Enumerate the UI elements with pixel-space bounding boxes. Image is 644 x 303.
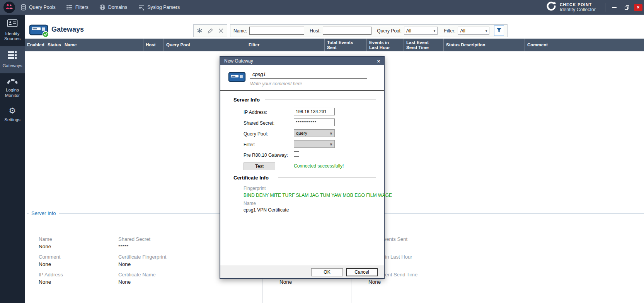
ip-address-input[interactable]: [294, 108, 335, 115]
brand-name: CHECK POINT: [560, 2, 596, 7]
host-filter-input[interactable]: [323, 27, 371, 35]
identity-sources-icon: [7, 19, 18, 29]
people-icon: [5, 3, 13, 11]
gateway-page-icon: [29, 22, 49, 39]
app-logo: [3, 2, 15, 13]
close-window-button[interactable]: ×: [634, 4, 642, 11]
selected-value: query: [296, 131, 307, 135]
query-pool-label: Query Pool:: [244, 131, 268, 137]
chevron-down-icon: ∨: [330, 131, 332, 135]
filter-select[interactable]: ∨: [294, 140, 335, 148]
page-header: Gateways Name: Host: Query Pool: All ▾ F…: [25, 15, 644, 39]
title-bar: Query Pools Filters Domains: [0, 0, 644, 15]
column-header-comment[interactable]: Comment: [525, 39, 644, 51]
edit-gateway-button[interactable]: [206, 26, 215, 36]
menu-domains[interactable]: Domains: [99, 4, 127, 10]
new-gateway-button[interactable]: [195, 26, 204, 36]
checkpoint-logo-icon: [546, 1, 557, 14]
pre-r80-gateway-checkbox[interactable]: [294, 151, 299, 157]
certificate-name-label: Name: [244, 201, 256, 206]
shared-secret-input[interactable]: [294, 118, 335, 126]
menu-syslog-parsers[interactable]: Syslog Parsers: [138, 5, 180, 10]
sidebar-item-label: Gateways: [0, 63, 24, 69]
menu-label: Filters: [75, 5, 89, 10]
gateway-name-input[interactable]: [250, 70, 367, 79]
sidebar-item-label: Identity Sources: [0, 31, 24, 42]
cancel-button[interactable]: Cancel: [346, 268, 378, 276]
syslog-icon: [138, 5, 145, 10]
gauge-icon: [7, 78, 18, 86]
checkpoint-brand: CHECK POINT Identity Collector: [546, 1, 596, 14]
gateways-icon: [7, 51, 17, 61]
gateway-comment-input[interactable]: [250, 80, 366, 87]
details-column-1: NameNone CommentNone IP AddressNone: [39, 236, 63, 289]
test-button[interactable]: Test: [244, 163, 275, 170]
column-header-host[interactable]: Host: [143, 39, 164, 51]
shared-secret-label: Shared Secret:: [244, 120, 274, 126]
detail-row: CommentNone: [39, 254, 63, 268]
host-filter-label: Host:: [310, 28, 320, 34]
sidebar-item-logins-monitor[interactable]: Logins Monitor: [0, 73, 25, 103]
column-header-events-in-last-hour[interactable]: Events in Last Hour: [367, 39, 404, 51]
sidebar-item-label: Settings: [0, 117, 24, 123]
fingerprint-label: Fingerprint: [244, 186, 266, 191]
ok-button[interactable]: OK: [311, 268, 343, 276]
sidebar-item-label: Logins Monitor: [0, 88, 24, 98]
menu-label: Query Pools: [29, 5, 56, 10]
crud-toolbar: [193, 24, 227, 37]
certificate-name-value: cpsg1 VPN Certificate: [244, 207, 289, 213]
dialog-title: New Gateway: [224, 58, 253, 64]
detail-row: Certificate FingerprintNone: [118, 254, 166, 268]
dialog-gateway-icon: [228, 71, 246, 85]
titlebar-divider: [605, 3, 605, 12]
close-icon: ×: [637, 5, 639, 10]
delete-gateway-button[interactable]: [216, 26, 226, 36]
query-pool-filter-label: Query Pool:: [377, 28, 401, 34]
apply-filter-button[interactable]: [494, 25, 504, 36]
detail-row: Certificate NameNone: [118, 271, 166, 286]
column-header-name[interactable]: Name: [62, 39, 143, 51]
section-rule: [278, 178, 376, 178]
brand-product: Identity Collector: [560, 7, 596, 12]
detail-row: Shared Secret*****: [118, 236, 166, 250]
dialog-header-divider: [220, 90, 384, 91]
details-column-2: Shared Secret***** Certificate Fingerpri…: [118, 236, 166, 289]
sidebar-item-settings[interactable]: ⚙ Settings: [0, 103, 25, 127]
menu-query-pools[interactable]: Query Pools: [20, 4, 56, 10]
dialog-close-icon[interactable]: ×: [377, 59, 380, 64]
column-divider: [100, 232, 100, 303]
filter-filter-label: Filter:: [444, 28, 455, 34]
query-pool-filter-select[interactable]: All ▾: [404, 27, 438, 35]
sidebar-item-identity-sources[interactable]: Identity Sources: [0, 15, 25, 46]
detail-row: IP AddressNone: [39, 271, 63, 286]
column-header-filter[interactable]: Filter: [246, 39, 325, 51]
name-filter-input[interactable]: [249, 27, 304, 35]
selected-value: All: [406, 28, 411, 34]
filter-filter-select[interactable]: All ▾: [458, 27, 489, 35]
dialog-title-bar[interactable]: New Gateway ×: [220, 57, 384, 65]
column-header-last-event-send-time[interactable]: Last Event Send Time: [404, 39, 444, 51]
menu-label: Domains: [108, 5, 127, 10]
minimize-button[interactable]: [609, 3, 619, 11]
database-icon: [20, 4, 26, 10]
server-info-section-title: Server Info: [29, 210, 59, 216]
chevron-down-icon: ∨: [330, 142, 332, 146]
server-info-heading: Server Info: [233, 97, 260, 103]
filter-toolbar: Name: Host: Query Pool: All ▾ Filter: Al…: [230, 24, 508, 37]
gear-icon: ⚙: [9, 107, 16, 115]
column-header-query-pool[interactable]: Query Pool: [164, 39, 246, 51]
chevron-down-icon: ▾: [483, 29, 487, 33]
column-header-enabled[interactable]: Enabled: [25, 39, 45, 51]
certificate-info-heading: Certificate Info: [233, 175, 269, 181]
restore-button[interactable]: [622, 3, 632, 11]
menu-filters[interactable]: Filters: [66, 5, 89, 10]
column-header-total-events-sent[interactable]: Total Events Sent: [325, 39, 367, 51]
selected-value: All: [460, 28, 465, 34]
query-pool-select[interactable]: query ∨: [294, 129, 335, 137]
column-header-status[interactable]: Status: [45, 39, 62, 51]
sidebar-item-gateways[interactable]: Gateways: [0, 46, 25, 73]
dialog-footer: OK Cancel: [220, 266, 384, 278]
minimize-icon: [612, 7, 617, 8]
column-header-status-description[interactable]: Status Description: [444, 39, 525, 51]
menu-label: Syslog Parsers: [147, 5, 180, 10]
